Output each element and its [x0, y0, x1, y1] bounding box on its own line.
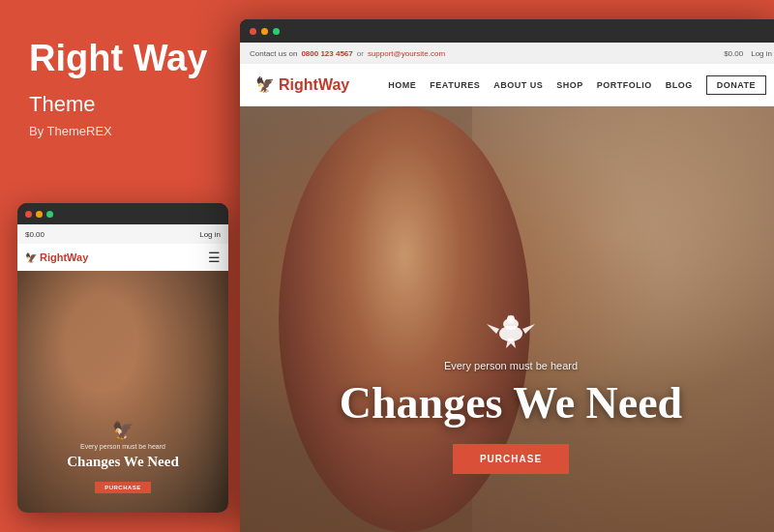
mobile-topbar: [17, 203, 228, 224]
desktop-every-person: Every person must be heard: [259, 360, 762, 371]
mobile-hero: 🦅 Every person must be heard Changes We …: [17, 271, 228, 513]
dot-red: [25, 211, 32, 218]
mobile-address-bar: $0.00 Log in: [17, 224, 228, 244]
mobile-hero-eagle: 🦅: [27, 420, 219, 441]
mobile-cart: $0.00: [25, 230, 45, 239]
theme-subtitle: Theme: [29, 92, 95, 116]
theme-title: Right Way Theme: [29, 39, 211, 120]
desktop-mockup: Contact us on 0800 123 4567 or support@y…: [240, 19, 774, 532]
mobile-logo-text: RightWay: [40, 251, 88, 263]
desktop-nav-links: HOME FEATURES ABOUT US SHOP PORTFOLIO BL…: [388, 75, 766, 95]
mobile-nav: 🦅 RightWay ☰: [17, 244, 228, 271]
nav-portfolio[interactable]: PORTFOLIO: [597, 80, 652, 90]
desktop-dot-red: [250, 28, 256, 35]
mobile-mockup: $0.00 Log in 🦅 RightWay ☰ 🦅 Every person…: [17, 203, 228, 513]
donate-button[interactable]: DONATE: [706, 75, 766, 95]
desktop-dot-yellow: [261, 28, 268, 35]
desktop-purchase-button[interactable]: PURCHASE: [453, 444, 569, 474]
nav-home[interactable]: HOME: [388, 80, 416, 90]
mobile-login: Log in: [199, 230, 221, 239]
desktop-hero-content: Every person must be heard Changes We Ne…: [240, 310, 774, 474]
desktop-nav: 🦅 RightWay HOME FEATURES ABOUT US SHOP P…: [240, 64, 774, 106]
left-panel: Right Way Theme By ThemeREX $0.00 Log in…: [0, 0, 240, 532]
nav-shop[interactable]: SHOP: [556, 80, 583, 90]
desktop-dot-green: [273, 28, 280, 35]
dot-yellow: [36, 211, 43, 218]
contact-prefix: Contact us on: [250, 49, 297, 58]
desktop-address-bar: Contact us on 0800 123 4567 or support@y…: [240, 43, 774, 64]
desktop-top-right: $0.00 Log in: [724, 49, 772, 58]
mobile-eagle-icon: 🦅: [25, 252, 37, 263]
dot-green: [46, 211, 53, 218]
nav-blog[interactable]: BLOG: [666, 80, 693, 90]
mobile-every-person: Every person must be heard: [27, 443, 219, 450]
desktop-cart: $0.00: [724, 49, 743, 58]
svg-marker-3: [522, 324, 535, 334]
desktop-contact-info: Contact us on 0800 123 4567 or support@y…: [250, 49, 445, 58]
contact-email: support@yoursite.com: [368, 49, 445, 58]
contact-or: or: [357, 49, 364, 58]
desktop-topbar-chrome: [240, 19, 774, 43]
desktop-eagle-logo-icon: 🦅: [255, 75, 275, 94]
mobile-purchase-button[interactable]: PURCHASE: [95, 482, 151, 493]
desktop-hero: Every person must be heard Changes We Ne…: [240, 106, 774, 532]
theme-by: By ThemeREX: [29, 124, 211, 138]
contact-phone: 0800 123 4567: [301, 49, 352, 58]
mobile-logo: 🦅 RightWay: [25, 251, 88, 263]
desktop-hero-eagle-icon: [259, 310, 762, 356]
mobile-hero-content: 🦅 Every person must be heard Changes We …: [17, 420, 228, 493]
desktop-logo-text: RightWay: [279, 76, 349, 94]
mobile-hero-heading: Changes We Need: [27, 453, 219, 470]
nav-features[interactable]: FEATURES: [430, 80, 480, 90]
nav-about-us[interactable]: ABOUT US: [493, 80, 543, 90]
mobile-menu-icon[interactable]: ☰: [208, 250, 221, 266]
desktop-logo: 🦅 RightWay: [255, 75, 349, 94]
desktop-hero-heading: Changes We Need: [259, 379, 762, 429]
svg-marker-2: [487, 324, 499, 334]
desktop-login[interactable]: Log in: [751, 49, 772, 58]
theme-title-line1: Right Way: [29, 38, 207, 78]
